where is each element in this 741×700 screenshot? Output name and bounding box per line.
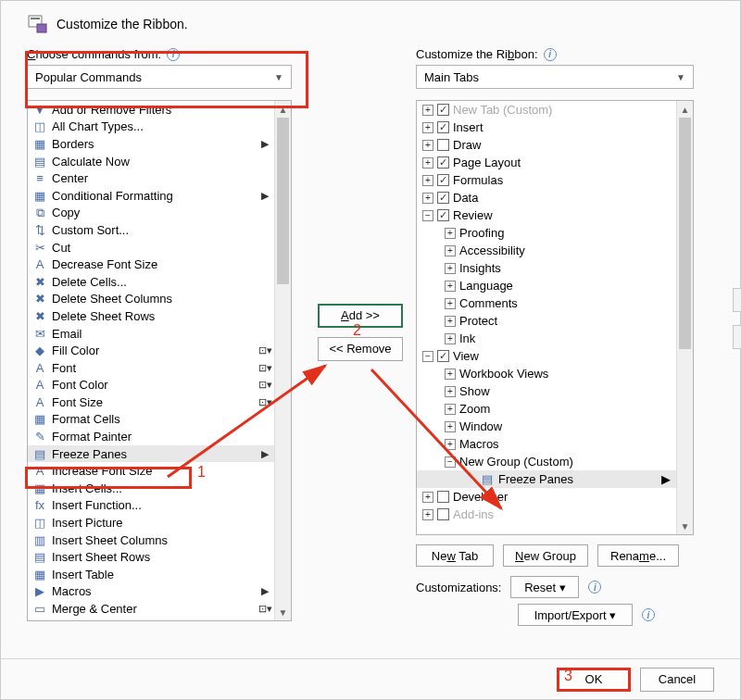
info-icon[interactable]: i: [544, 48, 557, 61]
expand-icon[interactable]: +: [445, 298, 456, 309]
expand-icon[interactable]: −: [422, 351, 433, 362]
command-item[interactable]: ◫Insert Picture: [28, 514, 274, 531]
tree-node[interactable]: +Zoom: [417, 400, 676, 418]
scroll-thumb[interactable]: [277, 118, 289, 284]
tree-node[interactable]: −Review: [417, 206, 676, 224]
expand-icon[interactable]: +: [445, 421, 456, 432]
command-item[interactable]: AFont⊡▾: [28, 359, 274, 377]
command-item[interactable]: ◫All Chart Types...: [28, 119, 274, 136]
cancel-button[interactable]: Cancel: [640, 668, 714, 692]
tree-node[interactable]: +Accessibility: [417, 242, 676, 259]
expand-icon[interactable]: −: [445, 456, 456, 468]
expand-icon[interactable]: +: [445, 263, 456, 274]
command-item[interactable]: ▦Format Cells: [28, 411, 274, 429]
import-export-button[interactable]: Import/Export ▾: [518, 604, 633, 626]
expand-icon[interactable]: +: [422, 492, 433, 503]
tree-node[interactable]: +Comments: [417, 294, 676, 312]
expand-icon[interactable]: +: [422, 175, 433, 186]
tree-node[interactable]: +New Tab (Custom): [417, 101, 676, 119]
command-item[interactable]: fxInsert Function...: [28, 497, 274, 515]
checkbox[interactable]: [437, 104, 449, 116]
scroll-up-icon[interactable]: ▲: [677, 101, 693, 118]
checkbox[interactable]: [437, 508, 449, 520]
command-item[interactable]: ≡Center: [28, 169, 274, 187]
scroll-up-icon[interactable]: ▲: [275, 101, 291, 118]
scroll-down-icon[interactable]: ▼: [677, 518, 693, 534]
command-item[interactable]: ▤Freeze Panes▶: [28, 445, 274, 463]
command-item[interactable]: ▼Add or Remove Filters: [28, 101, 274, 119]
tree-node[interactable]: +Formulas: [417, 171, 676, 189]
checkbox[interactable]: [437, 350, 449, 362]
checkbox[interactable]: [437, 209, 449, 221]
expand-icon[interactable]: +: [422, 140, 433, 151]
tree-node[interactable]: +Draw: [417, 136, 676, 154]
expand-icon[interactable]: +: [422, 105, 433, 116]
command-item[interactable]: ✂Cut: [28, 239, 274, 256]
tree-node[interactable]: +Language: [417, 277, 676, 294]
reset-button[interactable]: Reset ▾: [510, 576, 579, 598]
expand-icon[interactable]: +: [445, 333, 456, 344]
command-item[interactable]: ▦Insert Table: [28, 566, 274, 583]
tree-node[interactable]: +Insert: [417, 119, 676, 136]
tree-node[interactable]: +Workbook Views: [417, 365, 676, 382]
tree-node[interactable]: +Page Layout: [417, 154, 676, 171]
tree-node[interactable]: −New Group (Custom): [417, 453, 676, 470]
checkbox[interactable]: [437, 192, 449, 204]
info-icon[interactable]: i: [167, 48, 180, 61]
tree-node[interactable]: −View: [417, 347, 676, 365]
tree-node[interactable]: +Ink: [417, 330, 676, 347]
expand-icon[interactable]: +: [445, 228, 456, 239]
tree-node[interactable]: ▤Freeze Panes▶: [417, 470, 676, 488]
expand-icon[interactable]: +: [445, 316, 456, 327]
choose-commands-combo[interactable]: Popular Commands ▼: [27, 65, 292, 89]
expand-icon[interactable]: +: [422, 122, 433, 133]
command-item[interactable]: ▦Insert Cells...: [28, 480, 274, 497]
command-item[interactable]: ▤Calculate Now: [28, 153, 274, 170]
ribbon-tabs-combo[interactable]: Main Tabs ▼: [416, 65, 694, 89]
new-tab-button[interactable]: New Tab: [416, 544, 494, 567]
command-item[interactable]: ▦Conditional Formatting▶: [28, 187, 274, 205]
tree-node[interactable]: +Developer: [417, 488, 676, 506]
command-item[interactable]: ✖Delete Sheet Rows: [28, 307, 274, 325]
tree-node[interactable]: +Show: [417, 382, 676, 400]
info-icon[interactable]: i: [642, 608, 655, 621]
checkbox[interactable]: [437, 139, 449, 151]
scroll-down-icon[interactable]: ▼: [275, 604, 291, 620]
command-item[interactable]: ▭Merge & Center⊡▾: [28, 600, 274, 618]
expand-icon[interactable]: −: [422, 210, 433, 221]
tree-node[interactable]: +Macros: [417, 435, 676, 453]
remove-button[interactable]: << Remove: [318, 337, 403, 361]
checkbox[interactable]: [437, 121, 449, 133]
command-item[interactable]: ▶Macros▶: [28, 583, 274, 601]
command-item[interactable]: ⧉Copy: [28, 205, 274, 222]
tree-node[interactable]: +Insights: [417, 259, 676, 277]
tree-node[interactable]: +Data: [417, 189, 676, 206]
ok-button[interactable]: OK: [557, 668, 631, 692]
rename-button[interactable]: Rename...: [597, 544, 679, 567]
expand-icon[interactable]: +: [445, 439, 456, 450]
tree-node[interactable]: +Add-ins: [417, 506, 676, 523]
expand-icon[interactable]: +: [422, 157, 433, 169]
command-item[interactable]: ▥Insert Sheet Columns: [28, 531, 274, 549]
new-group-button[interactable]: New Group: [503, 544, 588, 567]
tree-node[interactable]: +Protect: [417, 312, 676, 330]
move-down-button[interactable]: ▼: [733, 325, 741, 349]
command-item[interactable]: AIncrease Font Size: [28, 462, 274, 480]
expand-icon[interactable]: +: [445, 386, 456, 397]
command-item[interactable]: ✖Delete Cells...: [28, 273, 274, 291]
scroll-thumb[interactable]: [679, 118, 691, 349]
ribbon-tree[interactable]: +New Tab (Custom)+Insert+Draw+Page Layou…: [416, 100, 694, 535]
commands-list[interactable]: ▼Add or Remove Filters◫All Chart Types..…: [27, 100, 292, 621]
command-item[interactable]: ▤Insert Sheet Rows: [28, 548, 274, 566]
expand-icon[interactable]: +: [422, 509, 433, 520]
checkbox[interactable]: [437, 491, 449, 503]
command-item[interactable]: ▦Borders▶: [28, 135, 274, 153]
tree-node[interactable]: +Window: [417, 418, 676, 435]
command-item[interactable]: ⇅Custom Sort...: [28, 221, 274, 239]
checkbox[interactable]: [437, 174, 449, 186]
info-icon[interactable]: i: [588, 581, 601, 594]
expand-icon[interactable]: +: [445, 281, 456, 292]
add-button[interactable]: Add >>: [318, 304, 403, 328]
expand-icon[interactable]: +: [422, 193, 433, 204]
command-item[interactable]: AFont Size⊡▾: [28, 394, 274, 411]
